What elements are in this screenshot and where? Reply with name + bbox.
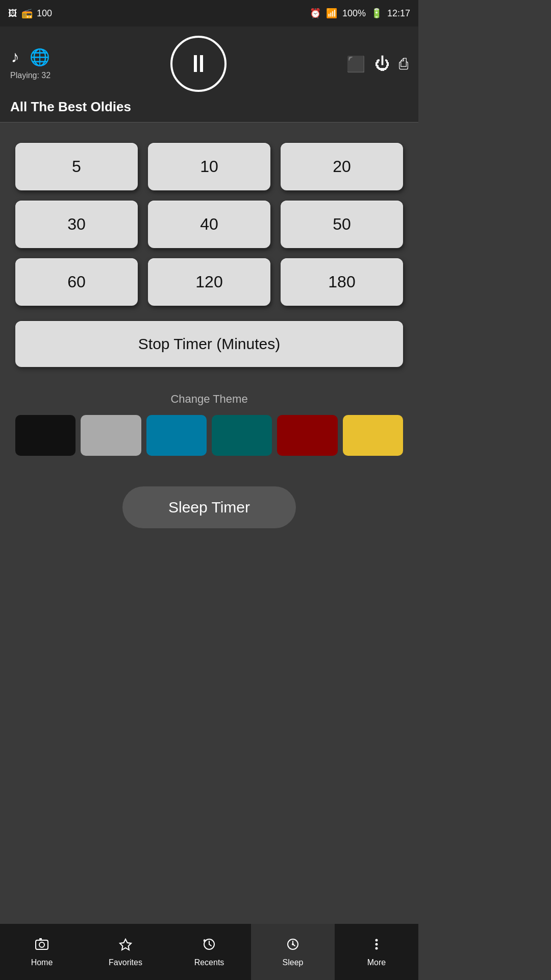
nav-item-sleep[interactable]: Sleep bbox=[251, 924, 335, 980]
theme-dark-teal[interactable] bbox=[212, 415, 272, 456]
nav-item-recents[interactable]: Recents bbox=[167, 924, 251, 980]
svg-point-1 bbox=[39, 942, 44, 947]
sleep-icon bbox=[286, 937, 300, 955]
nav-item-home[interactable]: Home bbox=[0, 924, 84, 980]
station-title: All The Best Oldies bbox=[10, 99, 408, 115]
more-icon bbox=[369, 937, 384, 955]
status-bar: 🖼 📻 100 ⏰ 📶 100% 🔋 12:17 bbox=[0, 0, 418, 27]
svg-point-7 bbox=[375, 939, 378, 941]
main-content: 5 10 20 30 40 50 60 120 180 Stop Timer (… bbox=[0, 122, 418, 538]
svg-rect-0 bbox=[36, 940, 48, 949]
player-left-icons: ♪ 🌐 Playing: 32 bbox=[10, 47, 51, 80]
svg-rect-2 bbox=[39, 938, 42, 940]
stop-icon[interactable]: ⬛ bbox=[346, 55, 365, 73]
bottom-nav: Home Favorites Recents Sleep bbox=[0, 924, 418, 980]
alarm-icon: ⏰ bbox=[310, 8, 321, 19]
change-theme-label: Change Theme bbox=[15, 393, 403, 406]
nav-item-favorites[interactable]: Favorites bbox=[84, 924, 167, 980]
svg-point-8 bbox=[375, 943, 378, 945]
svg-point-6 bbox=[292, 943, 294, 945]
share-icon[interactable]: ⎙ bbox=[399, 55, 408, 73]
theme-black[interactable] bbox=[15, 415, 76, 456]
timer-grid: 5 10 20 30 40 50 60 120 180 bbox=[15, 143, 403, 306]
sleep-timer-big-button[interactable]: Sleep Timer bbox=[122, 486, 296, 528]
nav-label-home: Home bbox=[31, 958, 53, 967]
playing-text: Playing: 32 bbox=[10, 71, 51, 80]
timer-btn-60[interactable]: 60 bbox=[15, 258, 138, 306]
nav-label-sleep: Sleep bbox=[283, 958, 304, 967]
player-controls-row: ♪ 🌐 Playing: 32 ⏸ ⬛ ⏻ ⎙ bbox=[10, 36, 408, 92]
player-header: ♪ 🌐 Playing: 32 ⏸ ⬛ ⏻ ⎙ All The Best Old… bbox=[0, 27, 418, 122]
timer-btn-5[interactable]: 5 bbox=[15, 143, 138, 190]
pause-icon: ⏸ bbox=[186, 52, 211, 76]
music-globe-icons: ♪ 🌐 bbox=[11, 47, 50, 67]
nav-label-more: More bbox=[367, 958, 386, 967]
status-right: ⏰ 📶 100% 🔋 12:17 bbox=[310, 8, 410, 19]
nav-label-favorites: Favorites bbox=[109, 958, 142, 967]
theme-yellow[interactable] bbox=[343, 415, 403, 456]
status-left: 🖼 📻 100 bbox=[8, 8, 52, 19]
timer-btn-180[interactable]: 180 bbox=[281, 258, 403, 306]
timer-btn-20[interactable]: 20 bbox=[281, 143, 403, 190]
stop-timer-button[interactable]: Stop Timer (Minutes) bbox=[15, 321, 403, 367]
player-right-icons: ⬛ ⏻ ⎙ bbox=[346, 55, 408, 73]
nav-label-recents: Recents bbox=[194, 958, 224, 967]
svg-point-9 bbox=[375, 947, 378, 949]
timer-btn-40[interactable]: 40 bbox=[148, 201, 270, 248]
home-icon bbox=[35, 937, 49, 955]
svg-marker-3 bbox=[120, 939, 131, 950]
wifi-icon: 📶 bbox=[326, 8, 337, 19]
music-note-icon: ♪ bbox=[11, 47, 19, 67]
battery-icon: 🔋 bbox=[371, 8, 382, 19]
battery-text: 100% bbox=[342, 8, 366, 19]
theme-dark-red[interactable] bbox=[277, 415, 337, 456]
photo-icon: 🖼 bbox=[8, 8, 17, 19]
clock-text: 12:17 bbox=[387, 8, 410, 19]
radio-icon: 📻 bbox=[21, 8, 33, 19]
theme-gray[interactable] bbox=[81, 415, 141, 456]
pause-button[interactable]: ⏸ bbox=[170, 36, 227, 92]
nav-item-more[interactable]: More bbox=[335, 924, 418, 980]
theme-teal-blue[interactable] bbox=[146, 415, 207, 456]
timer-btn-30[interactable]: 30 bbox=[15, 201, 138, 248]
globe-icon: 🌐 bbox=[30, 47, 50, 67]
timer-btn-10[interactable]: 10 bbox=[148, 143, 270, 190]
theme-colors bbox=[15, 415, 403, 456]
timer-btn-120[interactable]: 120 bbox=[148, 258, 270, 306]
recents-icon bbox=[202, 937, 216, 955]
signal-text: 100 bbox=[37, 8, 52, 19]
favorites-icon bbox=[118, 937, 133, 955]
power-icon[interactable]: ⏻ bbox=[374, 55, 390, 73]
timer-btn-50[interactable]: 50 bbox=[281, 201, 403, 248]
